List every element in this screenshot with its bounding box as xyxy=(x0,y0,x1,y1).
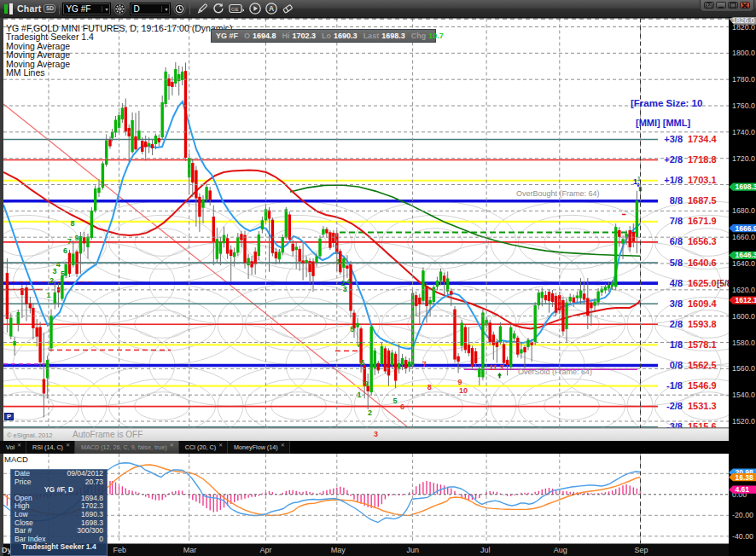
candle[interactable] xyxy=(191,163,194,182)
candle[interactable] xyxy=(453,310,456,360)
candle[interactable] xyxy=(342,258,345,268)
candle[interactable] xyxy=(325,229,328,234)
candle[interactable] xyxy=(621,239,624,243)
candle[interactable] xyxy=(461,323,463,346)
candle[interactable] xyxy=(13,341,15,345)
candle[interactable] xyxy=(230,250,232,256)
candle[interactable] xyxy=(464,327,467,350)
candle[interactable] xyxy=(513,333,515,339)
candle[interactable] xyxy=(349,264,352,310)
candle[interactable] xyxy=(223,235,225,244)
candle[interactable] xyxy=(198,197,201,217)
candle[interactable] xyxy=(356,323,358,327)
candle[interactable] xyxy=(144,142,147,148)
candle[interactable] xyxy=(415,295,417,306)
candle[interactable] xyxy=(275,252,277,258)
candle[interactable] xyxy=(436,281,439,287)
close-tab-icon[interactable]: ✕ xyxy=(66,442,70,448)
candle[interactable] xyxy=(538,292,540,305)
candle[interactable] xyxy=(201,200,204,208)
candle[interactable] xyxy=(332,233,334,243)
candle[interactable] xyxy=(9,318,12,337)
candle[interactable] xyxy=(489,322,491,342)
candle[interactable] xyxy=(526,339,529,347)
candle[interactable] xyxy=(576,295,579,298)
candle[interactable] xyxy=(523,347,526,352)
candle[interactable] xyxy=(481,313,484,378)
candle[interactable] xyxy=(90,211,93,238)
candle[interactable] xyxy=(394,354,397,381)
candle[interactable] xyxy=(614,227,617,287)
candle[interactable] xyxy=(541,292,544,298)
candle[interactable] xyxy=(61,276,63,299)
candle[interactable] xyxy=(233,252,236,258)
candle[interactable] xyxy=(381,346,383,364)
candle[interactable] xyxy=(329,232,331,247)
candle[interactable] xyxy=(503,345,505,363)
candle[interactable] xyxy=(346,265,348,269)
candle[interactable] xyxy=(632,232,635,241)
candle[interactable] xyxy=(94,188,96,211)
candle[interactable] xyxy=(478,368,480,377)
candle[interactable] xyxy=(322,229,324,235)
price-axis[interactable]: 1820.01800.01780.01760.01740.01720.01680… xyxy=(729,16,756,556)
candle[interactable] xyxy=(282,237,284,252)
candle[interactable] xyxy=(404,360,407,368)
candle[interactable] xyxy=(134,136,137,149)
candle[interactable] xyxy=(377,363,380,371)
candle[interactable] xyxy=(596,292,599,303)
candle[interactable] xyxy=(548,292,550,301)
candle[interactable] xyxy=(131,120,133,152)
close-tab-icon[interactable]: ✕ xyxy=(218,442,223,448)
candle[interactable] xyxy=(271,220,274,253)
candle[interactable] xyxy=(54,292,56,304)
close-tab-icon[interactable]: ✕ xyxy=(17,442,21,448)
candle[interactable] xyxy=(114,120,117,133)
candle[interactable] xyxy=(318,239,321,257)
candle[interactable] xyxy=(295,246,298,250)
candle[interactable] xyxy=(32,308,34,328)
candle[interactable] xyxy=(474,351,477,363)
candle[interactable] xyxy=(555,296,557,313)
candle[interactable] xyxy=(457,356,459,362)
close-tab-icon[interactable]: ✕ xyxy=(170,442,174,448)
candle[interactable] xyxy=(125,107,127,132)
candle[interactable] xyxy=(608,285,610,288)
candle[interactable] xyxy=(97,188,100,193)
candle[interactable] xyxy=(105,141,108,165)
candle[interactable] xyxy=(422,270,424,301)
candle[interactable] xyxy=(261,220,264,229)
candle[interactable] xyxy=(439,271,442,281)
candle[interactable] xyxy=(285,209,288,237)
candle[interactable] xyxy=(601,289,603,292)
close-tab-icon[interactable]: ✕ xyxy=(281,442,285,448)
candle[interactable] xyxy=(586,298,589,316)
candle[interactable] xyxy=(401,358,404,365)
candle[interactable] xyxy=(443,275,445,281)
candle[interactable] xyxy=(49,316,52,348)
candle[interactable] xyxy=(590,303,592,309)
candle[interactable] xyxy=(250,261,253,267)
candle[interactable] xyxy=(226,238,229,253)
candle[interactable] xyxy=(391,353,393,366)
candle[interactable] xyxy=(111,132,113,138)
candle[interactable] xyxy=(573,298,575,303)
program-badge[interactable]: P xyxy=(4,413,14,420)
candle[interactable] xyxy=(516,338,519,355)
candle[interactable] xyxy=(370,327,373,392)
candle[interactable] xyxy=(551,293,554,302)
candle[interactable] xyxy=(108,140,111,147)
candle[interactable] xyxy=(611,283,614,287)
candle[interactable] xyxy=(299,249,301,262)
legend-mml-line[interactable]: MM Lines xyxy=(6,68,232,77)
candle[interactable] xyxy=(492,334,495,345)
candle[interactable] xyxy=(618,230,620,237)
candle[interactable] xyxy=(86,237,89,247)
candle[interactable] xyxy=(569,297,572,301)
candle[interactable] xyxy=(154,136,157,144)
candle[interactable] xyxy=(219,242,222,254)
candle[interactable] xyxy=(20,288,23,295)
candle[interactable] xyxy=(305,260,307,264)
tab-rsi[interactable]: RSI (14, C)✕ xyxy=(26,441,75,454)
candle[interactable] xyxy=(374,350,376,368)
